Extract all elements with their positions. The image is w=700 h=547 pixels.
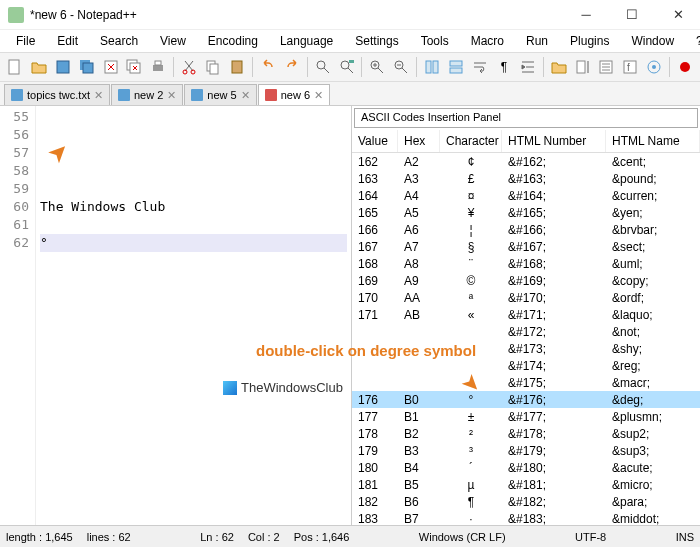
- doc-map-icon[interactable]: [572, 56, 594, 78]
- menu-plugins[interactable]: Plugins: [560, 32, 619, 50]
- table-row[interactable]: 179B3³&#179;&sup3;: [352, 442, 700, 459]
- menu-language[interactable]: Language: [270, 32, 343, 50]
- table-row[interactable]: 167A7§&#167;&sect;: [352, 238, 700, 255]
- zoom-in-icon[interactable]: [366, 56, 388, 78]
- table-row[interactable]: 165A5¥&#165;&yen;: [352, 204, 700, 221]
- table-row[interactable]: 176B0°&#176;&deg;: [352, 391, 700, 408]
- close-icon[interactable]: ✕: [94, 89, 103, 102]
- menu-tools[interactable]: Tools: [411, 32, 459, 50]
- close-all-icon[interactable]: [123, 56, 145, 78]
- menu-encoding[interactable]: Encoding: [198, 32, 268, 50]
- wrap-icon[interactable]: [469, 56, 491, 78]
- print-icon[interactable]: [147, 56, 169, 78]
- menu-window[interactable]: Window: [621, 32, 684, 50]
- indent-icon[interactable]: [517, 56, 539, 78]
- table-row[interactable]: 162A2¢&#162;&cent;: [352, 153, 700, 170]
- status-ln: Ln : 62: [200, 531, 234, 543]
- svg-rect-16: [349, 60, 354, 63]
- find-icon[interactable]: [312, 56, 334, 78]
- maximize-button[interactable]: ☐: [618, 5, 646, 25]
- close-button[interactable]: ✕: [664, 5, 692, 25]
- tab-1[interactable]: new 2✕: [111, 84, 183, 105]
- show-chars-icon[interactable]: ¶: [493, 56, 515, 78]
- close-icon[interactable]: ✕: [167, 89, 176, 102]
- menu-macro[interactable]: Macro: [461, 32, 514, 50]
- svg-point-30: [680, 62, 690, 72]
- menu-file[interactable]: File: [6, 32, 45, 50]
- menu-edit[interactable]: Edit: [47, 32, 88, 50]
- doc-list-icon[interactable]: [595, 56, 617, 78]
- file-icon: [11, 89, 23, 101]
- table-row[interactable]: 169A9©&#169;&copy;: [352, 272, 700, 289]
- close-icon[interactable]: ✕: [314, 89, 323, 102]
- table-row[interactable]: 177B1±&#177;&plusmn;: [352, 408, 700, 425]
- table-row[interactable]: 180B4´&#180;&acute;: [352, 459, 700, 476]
- table-row[interactable]: 168A8¨&#168;&uml;: [352, 255, 700, 272]
- svg-rect-19: [426, 61, 431, 73]
- code-area[interactable]: The Windows Club °: [36, 106, 351, 525]
- menu-view[interactable]: View: [150, 32, 196, 50]
- sync-h-icon[interactable]: [445, 56, 467, 78]
- table-row[interactable]: 171AB«&#171;&laquo;: [352, 306, 700, 323]
- svg-rect-0: [9, 60, 19, 74]
- table-row[interactable]: &#172;&not;: [352, 323, 700, 340]
- table-row[interactable]: &#175;&macr;: [352, 374, 700, 391]
- col-hex[interactable]: Hex: [398, 130, 440, 152]
- table-row[interactable]: 183B7·&#183;&middot;: [352, 510, 700, 525]
- svg-text:f: f: [627, 62, 630, 73]
- table-row[interactable]: 181B5µ&#181;&micro;: [352, 476, 700, 493]
- tab-label: new 2: [134, 89, 163, 101]
- replace-icon[interactable]: [336, 56, 358, 78]
- table-row[interactable]: 164A4¤&#164;&curren;: [352, 187, 700, 204]
- status-encoding[interactable]: UTF-8: [575, 531, 606, 543]
- col-character[interactable]: Character: [440, 130, 502, 152]
- line-gutter: 5556575859606162: [0, 106, 36, 525]
- record-icon[interactable]: [674, 56, 696, 78]
- func-list-icon[interactable]: f: [619, 56, 641, 78]
- watermark: TheWindowsClub: [223, 380, 343, 395]
- cut-icon[interactable]: [178, 56, 200, 78]
- status-mode[interactable]: INS: [676, 531, 694, 543]
- toolbar: ¶ f: [0, 52, 700, 82]
- menu-help[interactable]: ?: [686, 32, 700, 50]
- folder-icon[interactable]: [548, 56, 570, 78]
- undo-icon[interactable]: [257, 56, 279, 78]
- table-row[interactable]: 163A3£&#163;&pound;: [352, 170, 700, 187]
- col-html-name[interactable]: HTML Name: [606, 130, 700, 152]
- open-file-icon[interactable]: [28, 56, 50, 78]
- menu-run[interactable]: Run: [516, 32, 558, 50]
- svg-rect-21: [450, 61, 462, 66]
- col-value[interactable]: Value: [352, 130, 398, 152]
- status-eol[interactable]: Windows (CR LF): [419, 531, 506, 543]
- svg-point-29: [652, 65, 656, 69]
- new-file-icon[interactable]: [4, 56, 26, 78]
- status-length: length : 1,645: [6, 531, 73, 543]
- save-all-icon[interactable]: [76, 56, 98, 78]
- monitor-icon[interactable]: [643, 56, 665, 78]
- tab-0[interactable]: topics twc.txt✕: [4, 84, 110, 105]
- table-row[interactable]: 182B6¶&#182;&para;: [352, 493, 700, 510]
- tab-2[interactable]: new 5✕: [184, 84, 256, 105]
- table-row[interactable]: 166A6¦&#166;&brvbar;: [352, 221, 700, 238]
- paste-icon[interactable]: [226, 56, 248, 78]
- table-row[interactable]: &#174;&reg;: [352, 357, 700, 374]
- tab-3[interactable]: new 6✕: [258, 84, 330, 105]
- status-lines: lines : 62: [87, 531, 131, 543]
- minimize-button[interactable]: ─: [572, 5, 600, 25]
- copy-icon[interactable]: [202, 56, 224, 78]
- windows-logo-icon: [223, 381, 237, 395]
- close-icon[interactable]: ✕: [241, 89, 250, 102]
- save-icon[interactable]: [52, 56, 74, 78]
- table-row[interactable]: 178B2²&#178;&sup2;: [352, 425, 700, 442]
- close-file-icon[interactable]: [100, 56, 122, 78]
- redo-icon[interactable]: [281, 56, 303, 78]
- menu-search[interactable]: Search: [90, 32, 148, 50]
- col-html-number[interactable]: HTML Number: [502, 130, 606, 152]
- svg-rect-26: [624, 61, 636, 73]
- titlebar: *new 6 - Notepad++ ─ ☐ ✕: [0, 0, 700, 30]
- table-row[interactable]: 170AAª&#170;&ordf;: [352, 289, 700, 306]
- zoom-out-icon[interactable]: [390, 56, 412, 78]
- sync-v-icon[interactable]: [421, 56, 443, 78]
- status-pos: Pos : 1,646: [294, 531, 350, 543]
- menu-settings[interactable]: Settings: [345, 32, 408, 50]
